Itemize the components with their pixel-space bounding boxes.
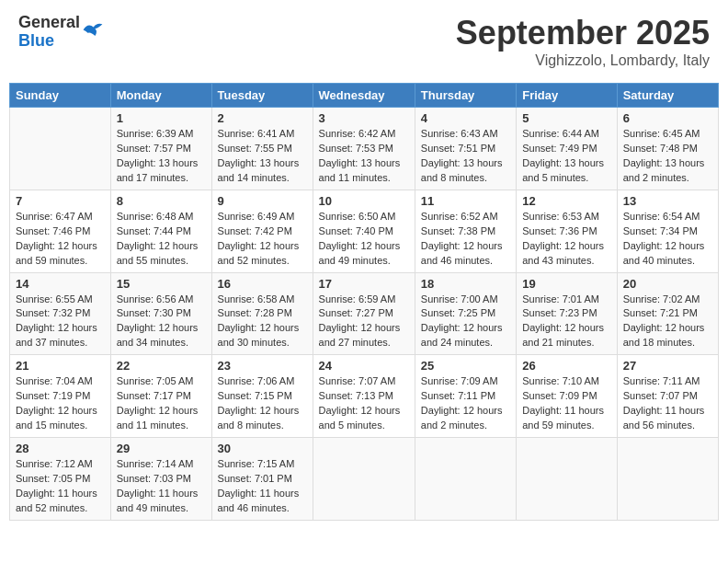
calendar-cell: 9Sunrise: 6:49 AMSunset: 7:42 PMDaylight… (211, 190, 313, 272)
calendar-cell (10, 108, 111, 190)
day-info: Sunrise: 6:44 AMSunset: 7:49 PMDaylight:… (522, 127, 610, 186)
calendar-cell: 18Sunrise: 7:00 AMSunset: 7:25 PMDayligh… (415, 272, 516, 355)
day-info: Sunrise: 7:07 AMSunset: 7:13 PMDaylight:… (319, 374, 409, 433)
calendar-cell: 28Sunrise: 7:12 AMSunset: 7:05 PMDayligh… (10, 438, 111, 521)
day-number: 8 (117, 194, 206, 208)
day-info: Sunrise: 6:49 AMSunset: 7:42 PMDaylight:… (218, 210, 307, 269)
calendar-cell: 13Sunrise: 6:54 AMSunset: 7:34 PMDayligh… (617, 190, 718, 272)
calendar-cell: 6Sunrise: 6:45 AMSunset: 7:48 PMDaylight… (617, 108, 718, 190)
calendar-cell: 22Sunrise: 7:05 AMSunset: 7:17 PMDayligh… (110, 355, 211, 438)
calendar-cell: 1Sunrise: 6:39 AMSunset: 7:57 PMDaylight… (110, 108, 211, 190)
day-info: Sunrise: 7:15 AMSunset: 7:01 PMDaylight:… (218, 457, 307, 516)
day-info: Sunrise: 6:43 AMSunset: 7:51 PMDaylight:… (421, 127, 510, 186)
calendar-cell: 21Sunrise: 7:04 AMSunset: 7:19 PMDayligh… (10, 355, 111, 438)
day-number: 16 (218, 277, 307, 291)
day-info: Sunrise: 6:55 AMSunset: 7:32 PMDaylight:… (16, 293, 105, 351)
calendar-week-2: 14Sunrise: 6:55 AMSunset: 7:32 PMDayligh… (10, 272, 719, 355)
day-info: Sunrise: 6:58 AMSunset: 7:28 PMDaylight:… (218, 293, 307, 351)
day-number: 6 (623, 111, 712, 125)
calendar-dow-thursday: Thursday (415, 84, 516, 108)
calendar-week-4: 28Sunrise: 7:12 AMSunset: 7:05 PMDayligh… (10, 438, 719, 521)
title-block: September 2025 Vighizzolo, Lombardy, Ita… (456, 14, 710, 69)
calendar-header-row: SundayMondayTuesdayWednesdayThursdayFrid… (10, 84, 719, 108)
calendar-dow-friday: Friday (517, 84, 617, 108)
day-number: 30 (218, 442, 307, 455)
calendar-cell (517, 438, 617, 521)
day-info: Sunrise: 7:12 AMSunset: 7:05 PMDaylight:… (16, 457, 105, 516)
calendar-cell: 16Sunrise: 6:58 AMSunset: 7:28 PMDayligh… (211, 272, 313, 355)
day-info: Sunrise: 7:14 AMSunset: 7:03 PMDaylight:… (117, 457, 206, 516)
day-info: Sunrise: 7:09 AMSunset: 7:11 PMDaylight:… (421, 374, 510, 433)
day-info: Sunrise: 6:47 AMSunset: 7:46 PMDaylight:… (16, 210, 105, 269)
day-number: 4 (421, 111, 510, 125)
day-number: 10 (319, 194, 409, 208)
day-number: 13 (623, 194, 712, 208)
calendar-cell: 2Sunrise: 6:41 AMSunset: 7:55 PMDaylight… (211, 108, 313, 190)
day-info: Sunrise: 7:06 AMSunset: 7:15 PMDaylight:… (218, 374, 307, 433)
day-info: Sunrise: 7:01 AMSunset: 7:23 PMDaylight:… (522, 293, 610, 351)
day-number: 21 (16, 359, 105, 373)
day-number: 22 (117, 359, 206, 373)
calendar-table: SundayMondayTuesdayWednesdayThursdayFrid… (9, 83, 719, 521)
day-number: 19 (522, 277, 610, 291)
day-info: Sunrise: 6:59 AMSunset: 7:27 PMDaylight:… (319, 293, 409, 351)
calendar-cell: 29Sunrise: 7:14 AMSunset: 7:03 PMDayligh… (110, 438, 211, 521)
day-number: 20 (623, 277, 712, 291)
day-info: Sunrise: 7:10 AMSunset: 7:09 PMDaylight:… (522, 374, 610, 433)
day-number: 1 (117, 111, 206, 125)
day-number: 2 (218, 111, 307, 125)
day-number: 11 (421, 194, 510, 208)
calendar-dow-monday: Monday (110, 84, 211, 108)
day-number: 27 (623, 359, 712, 373)
calendar-cell: 3Sunrise: 6:42 AMSunset: 7:53 PMDaylight… (313, 108, 415, 190)
day-number: 14 (16, 277, 105, 291)
calendar-cell (617, 438, 718, 521)
day-info: Sunrise: 7:00 AMSunset: 7:25 PMDaylight:… (421, 293, 510, 351)
day-number: 28 (16, 442, 105, 455)
calendar-week-1: 7Sunrise: 6:47 AMSunset: 7:46 PMDaylight… (10, 190, 719, 272)
calendar-cell: 7Sunrise: 6:47 AMSunset: 7:46 PMDaylight… (10, 190, 111, 272)
calendar-cell: 27Sunrise: 7:11 AMSunset: 7:07 PMDayligh… (617, 355, 718, 438)
calendar-cell: 10Sunrise: 6:50 AMSunset: 7:40 PMDayligh… (313, 190, 415, 272)
day-number: 17 (319, 277, 409, 291)
day-number: 29 (117, 442, 206, 455)
logo: General Blue (18, 14, 104, 51)
day-info: Sunrise: 6:48 AMSunset: 7:44 PMDaylight:… (117, 210, 206, 269)
calendar-cell: 17Sunrise: 6:59 AMSunset: 7:27 PMDayligh… (313, 272, 415, 355)
day-number: 5 (522, 111, 610, 125)
day-number: 9 (218, 194, 307, 208)
calendar-cell: 20Sunrise: 7:02 AMSunset: 7:21 PMDayligh… (617, 272, 718, 355)
day-info: Sunrise: 6:54 AMSunset: 7:34 PMDaylight:… (623, 210, 712, 269)
day-number: 7 (16, 194, 105, 208)
day-number: 3 (319, 111, 409, 125)
calendar-cell: 14Sunrise: 6:55 AMSunset: 7:32 PMDayligh… (10, 272, 111, 355)
calendar-dow-saturday: Saturday (617, 84, 718, 108)
location: Vighizzolo, Lombardy, Italy (456, 52, 710, 69)
calendar-cell: 12Sunrise: 6:53 AMSunset: 7:36 PMDayligh… (517, 190, 617, 272)
day-info: Sunrise: 6:39 AMSunset: 7:57 PMDaylight:… (117, 127, 206, 186)
page-header: General Blue September 2025 Vighizzolo, … (9, 9, 719, 74)
calendar-dow-wednesday: Wednesday (313, 84, 415, 108)
calendar-week-0: 1Sunrise: 6:39 AMSunset: 7:57 PMDaylight… (10, 108, 719, 190)
day-info: Sunrise: 6:42 AMSunset: 7:53 PMDaylight:… (319, 127, 409, 186)
calendar-cell: 4Sunrise: 6:43 AMSunset: 7:51 PMDaylight… (415, 108, 516, 190)
calendar-cell: 15Sunrise: 6:56 AMSunset: 7:30 PMDayligh… (110, 272, 211, 355)
logo-blue: Blue (18, 32, 80, 51)
calendar-dow-tuesday: Tuesday (211, 84, 313, 108)
day-info: Sunrise: 6:50 AMSunset: 7:40 PMDaylight:… (319, 210, 409, 269)
day-info: Sunrise: 6:56 AMSunset: 7:30 PMDaylight:… (117, 293, 206, 351)
calendar-cell: 5Sunrise: 6:44 AMSunset: 7:49 PMDaylight… (517, 108, 617, 190)
calendar-cell: 25Sunrise: 7:09 AMSunset: 7:11 PMDayligh… (415, 355, 516, 438)
calendar-cell (313, 438, 415, 521)
day-info: Sunrise: 7:02 AMSunset: 7:21 PMDaylight:… (623, 293, 712, 351)
day-number: 26 (522, 359, 610, 373)
calendar-cell: 24Sunrise: 7:07 AMSunset: 7:13 PMDayligh… (313, 355, 415, 438)
day-number: 23 (218, 359, 307, 373)
calendar-cell: 11Sunrise: 6:52 AMSunset: 7:38 PMDayligh… (415, 190, 516, 272)
calendar-week-3: 21Sunrise: 7:04 AMSunset: 7:19 PMDayligh… (10, 355, 719, 438)
calendar-cell (415, 438, 516, 521)
calendar-cell: 19Sunrise: 7:01 AMSunset: 7:23 PMDayligh… (517, 272, 617, 355)
day-info: Sunrise: 7:04 AMSunset: 7:19 PMDaylight:… (16, 374, 105, 433)
month-title: September 2025 (456, 14, 710, 52)
calendar-cell: 26Sunrise: 7:10 AMSunset: 7:09 PMDayligh… (517, 355, 617, 438)
